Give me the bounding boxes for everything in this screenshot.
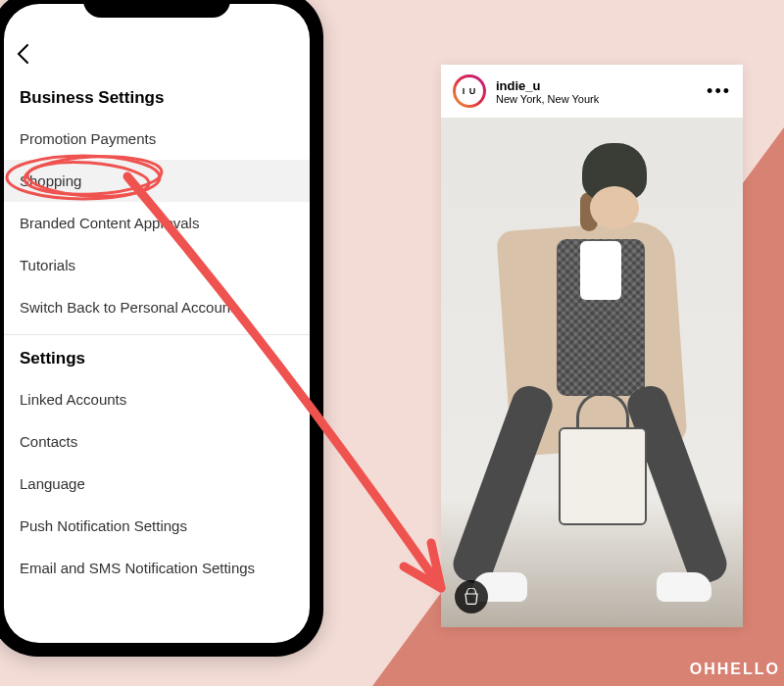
section-title-business: Business Settings: [4, 80, 310, 118]
post-user-info: indie_u New York, New Yourk: [496, 78, 707, 105]
post-location[interactable]: New York, New Yourk: [496, 93, 707, 105]
settings-item-contacts[interactable]: Contacts: [4, 420, 310, 463]
post-username[interactable]: indie_u: [496, 78, 707, 93]
settings-item-branded-content[interactable]: Branded Content Approvals: [4, 202, 310, 244]
instagram-post: I U indie_u New York, New Yourk •••: [441, 65, 743, 627]
post-header: I U indie_u New York, New Yourk •••: [441, 65, 743, 118]
phone-notch: [83, 0, 230, 18]
settings-item-push-notifications[interactable]: Push Notification Settings: [4, 505, 310, 547]
shopping-bag-icon[interactable]: [455, 580, 488, 613]
phone-screen: Business Settings Promotion Payments Sho…: [4, 4, 310, 643]
settings-item-switch-personal[interactable]: Switch Back to Personal Account: [4, 286, 310, 328]
settings-item-tutorials[interactable]: Tutorials: [4, 244, 310, 286]
settings-item-email-sms-notifications[interactable]: Email and SMS Notification Settings: [4, 547, 310, 589]
post-image[interactable]: [441, 118, 743, 627]
more-options-icon[interactable]: •••: [707, 81, 731, 102]
settings-item-promotion-payments[interactable]: Promotion Payments: [4, 118, 310, 160]
nav-header: [4, 37, 310, 80]
settings-item-language[interactable]: Language: [4, 463, 310, 505]
avatar[interactable]: I U: [453, 74, 486, 108]
fashion-figure: [474, 143, 710, 604]
avatar-initials: I U: [456, 77, 483, 105]
section-divider: [4, 334, 310, 335]
phone-frame: Business Settings Promotion Payments Sho…: [0, 0, 323, 657]
watermark: OHHELLO: [690, 661, 780, 678]
settings-item-linked-accounts[interactable]: Linked Accounts: [4, 378, 310, 420]
section-title-settings: Settings: [4, 341, 310, 378]
settings-item-shopping[interactable]: Shopping: [4, 160, 310, 202]
back-chevron-icon[interactable]: [16, 43, 31, 71]
